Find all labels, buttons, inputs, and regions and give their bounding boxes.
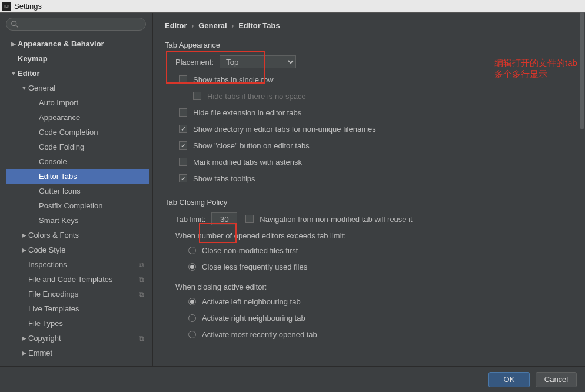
sidebar-item-copyright[interactable]: ▶Copyright⧉ [6,331,149,346]
cb-tooltips[interactable]: Show tabs tooltips [179,172,573,185]
sidebar-item-code-completion[interactable]: ▶Code Completion [6,125,149,139]
sidebar-item-label: Emmet [28,348,52,357]
sidebar-item-label: Console [39,157,67,166]
radio-icon [188,331,196,338]
sidebar-item-appearance-behavior[interactable]: ▶Appearance & Behavior [6,36,149,51]
checkbox-icon[interactable] [245,215,254,223]
sidebar-item-label: Code Style [28,245,66,254]
sidebar-item-label: Gutter Icons [39,187,81,195]
exceed-label: When number of opened editors exceeds ta… [175,231,573,240]
cb-mark-modified[interactable]: Mark modified tabs with asterisk [179,155,573,168]
sidebar-item-code-style[interactable]: ▶Code Style [6,242,149,257]
cb-show-dir[interactable]: Show directory in editor tabs for non-un… [179,122,573,135]
chevron-right-icon: ▶ [9,41,18,47]
sidebar-item-postfix-completion[interactable]: ▶Postfix Completion [6,198,149,213]
ok-button[interactable]: OK [488,372,530,387]
cb-nav-reuse-label: Navigation from non-modified tab will re… [260,215,412,224]
sidebar-item-label: Auto Import [39,98,78,107]
sidebar-item-live-templates[interactable]: ▶Live Templates [6,301,149,316]
sidebar-item-appearance[interactable]: ▶Appearance [6,110,149,125]
content-panel: Editor › General › Editor Tabs Tab Appea… [153,13,585,366]
sidebar-item-inspections[interactable]: ▶Inspections⧉ [6,257,149,272]
sidebar-item-colors-fonts[interactable]: ▶Colors & Fonts [6,228,149,242]
sidebar-item-editor-tabs[interactable]: ▶Editor Tabs [6,169,149,184]
cancel-button[interactable]: Cancel [536,372,577,387]
search-input[interactable] [6,18,146,31]
sidebar-item-file-and-code-templates[interactable]: ▶File and Code Templates⧉ [6,272,149,287]
settings-tree: ▶Appearance & Behavior▶Keymap▼Editor▼Gen… [6,36,149,360]
sidebar-item-label: Smart Keys [39,216,78,225]
annotation-text: 编辑打开的文件的tab多个多行显示 [494,58,585,80]
checkbox-icon [193,92,201,100]
tab-limit-input[interactable] [211,212,237,225]
cb-hide-no-space[interactable]: Hide tabs if there is no space [193,89,573,102]
copy-icon: ⧉ [139,275,144,284]
scrollbar-thumb[interactable] [580,12,584,129]
sidebar-item-keymap[interactable]: ▶Keymap [6,51,149,66]
search-wrap [6,18,149,31]
checkbox-icon [179,125,187,133]
checkbox-icon [179,174,187,182]
sidebar-item-code-folding[interactable]: ▶Code Folding [6,139,149,154]
radio-icon [188,314,196,322]
cb-show-close[interactable]: Show "close" button on editor tabs [179,139,573,152]
app-logo-icon: IJ [2,2,11,11]
titlebar: IJ Settings [0,0,585,13]
chevron-right-icon: ▶ [20,232,28,238]
chevron-right-icon: › [191,21,194,30]
section-tab-appearance: Tab Appearance [165,41,573,49]
cb-hide-ext[interactable]: Hide file extension in editor tabs [179,106,573,119]
search-icon [11,20,19,28]
sidebar-item-console[interactable]: ▶Console [6,154,149,169]
sidebar-item-auto-import[interactable]: ▶Auto Import [6,95,149,110]
chevron-right-icon: › [231,21,234,30]
breadcrumb-editor[interactable]: Editor [165,21,187,30]
breadcrumb: Editor › General › Editor Tabs [165,21,573,30]
main-area: ▶Appearance & Behavior▶Keymap▼Editor▼Gen… [0,13,585,366]
r-activate-mru[interactable]: Activate most recently opened tab [188,328,573,341]
dialog-footer: OK Cancel [0,366,585,392]
sidebar-item-file-types[interactable]: ▶File Types [6,316,149,331]
chevron-right-icon: ▶ [20,335,28,341]
checkbox-icon [179,108,187,117]
scrollbar[interactable] [580,12,584,364]
placement-select[interactable]: Top [220,55,296,68]
sidebar-item-label: Colors & Fonts [28,231,79,240]
sidebar-item-label: Code Folding [39,142,84,151]
sidebar-item-gutter-icons[interactable]: ▶Gutter Icons [6,184,149,198]
svg-point-0 [12,21,16,26]
r-activate-left[interactable]: Activate left neighbouring tab [188,295,573,308]
copy-icon: ⧉ [139,290,144,298]
section-tab-closing: Tab Closing Policy [165,198,573,207]
sidebar-item-emmet[interactable]: ▶Emmet [6,346,149,360]
sidebar-item-label: Inspections [28,260,67,269]
sidebar-item-editor[interactable]: ▼Editor [6,66,149,81]
sidebar-item-smart-keys[interactable]: ▶Smart Keys [6,213,149,228]
sidebar-item-label: Editor [18,69,40,78]
r-activate-right[interactable]: Activate right neighbouring tab [188,311,573,324]
sidebar-item-file-encodings[interactable]: ▶File Encodings⧉ [6,287,149,301]
radio-icon [188,247,196,254]
closing-label: When closing active editor: [175,283,573,291]
sidebar: ▶Appearance & Behavior▶Keymap▼Editor▼Gen… [0,13,153,366]
chevron-right-icon: ▶ [20,350,28,356]
sidebar-item-label: Copyright [28,334,61,343]
r-close-lru[interactable]: Close less frequently used files [188,260,573,273]
window-title: Settings [14,2,42,11]
sidebar-item-label: Keymap [18,54,48,63]
copy-icon: ⧉ [139,334,144,343]
checkbox-icon [179,75,187,84]
chevron-down-icon: ▼ [20,85,28,91]
checkbox-icon [179,158,187,166]
placement-label: Placement: [175,58,214,67]
breadcrumb-general[interactable]: General [198,21,227,30]
tab-limit-row: Tab limit: Navigation from non-modified … [175,212,573,225]
sidebar-item-label: Postfix Completion [39,201,102,210]
tab-limit-label: Tab limit: [175,215,205,224]
checkbox-icon [179,141,187,150]
sidebar-item-label: Editor Tabs [39,172,77,181]
breadcrumb-editor-tabs[interactable]: Editor Tabs [238,21,280,30]
sidebar-item-label: File Encodings [28,290,78,298]
sidebar-item-general[interactable]: ▼General [6,81,149,95]
r-close-nonmod[interactable]: Close non-modified files first [188,244,573,257]
